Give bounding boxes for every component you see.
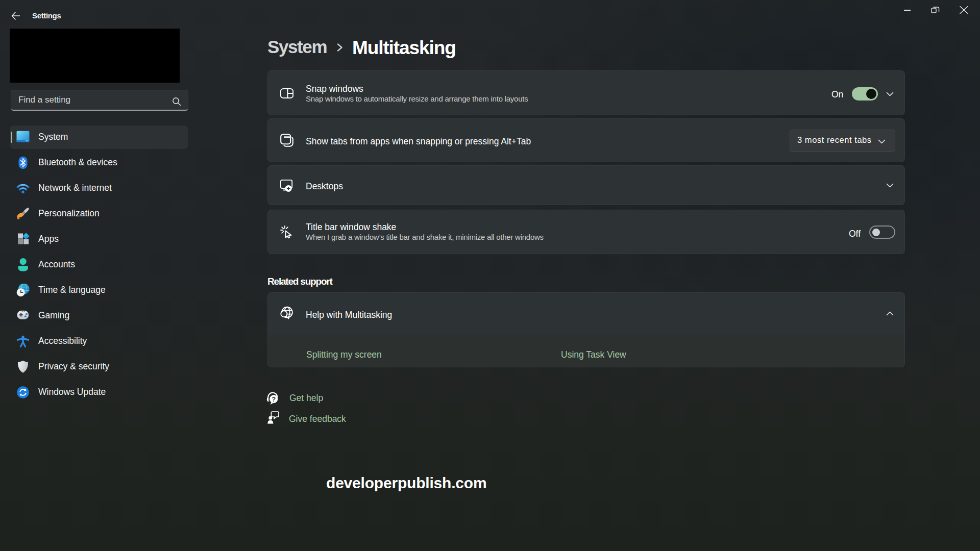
svg-text:?: ?	[272, 396, 276, 403]
